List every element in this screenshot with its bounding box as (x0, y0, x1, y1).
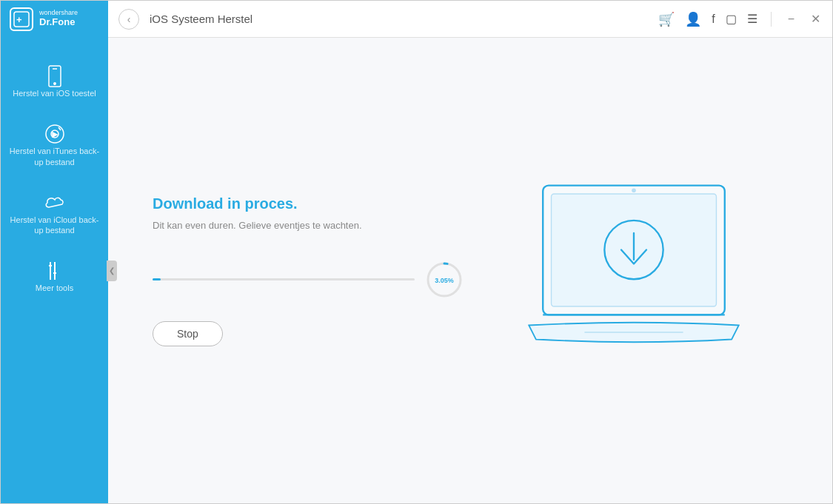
sidebar-item-more-tools[interactable]: Meer tools (1, 247, 108, 305)
minimize-button[interactable]: − (785, 11, 797, 27)
tools-icon (43, 259, 67, 283)
title-bar-actions: 🛒 👤 f ▢ ☰ − ✕ (658, 10, 823, 27)
sidebar-item-ios-device[interactable]: Herstel van iOS toestel (1, 53, 108, 110)
sidebar-item-itunes-backup[interactable]: Herstel van iTunes back-up bestand (1, 110, 108, 179)
sidebar-collapse-button[interactable]: ❮ (107, 261, 117, 281)
cart-icon[interactable]: 🛒 (658, 11, 675, 27)
main-area: Herstel van iOS toestel Herstel van iTun… (1, 38, 832, 503)
download-title: Download in proces. (153, 195, 464, 212)
page-title: iOS Systeem Herstel (150, 13, 658, 25)
progress-circle: 3.05% (425, 261, 464, 299)
chat-icon[interactable]: ▢ (726, 12, 737, 26)
stop-button[interactable]: Stop (153, 321, 223, 346)
app-window: + wondershare Dr.Fone ‹ iOS Systeem Hers… (0, 0, 833, 504)
itunes-icon (43, 122, 67, 146)
logo-icon: + (10, 7, 33, 31)
progress-text: 3.05% (435, 277, 454, 284)
laptop-illustration (508, 169, 760, 372)
progress-bar-track (153, 278, 415, 280)
logo-area: + wondershare Dr.Fone (1, 1, 108, 38)
sidebar-item-icloud-backup[interactable]: Herstel van iCloud back-up bestand (1, 179, 108, 248)
phone-icon (43, 64, 67, 88)
logo-text: wondershare Dr.Fone (39, 10, 78, 27)
divider (771, 12, 772, 27)
title-bar: + wondershare Dr.Fone ‹ iOS Systeem Hers… (1, 1, 832, 38)
logo-line2: Dr.Fone (39, 17, 78, 27)
content-area: Download in proces. Dit kan even duren. … (108, 38, 832, 503)
svg-point-16 (632, 188, 636, 192)
download-subtitle: Dit kan even duren. Gelieve eventjes te … (153, 220, 464, 231)
sidebar-label-more-tools: Meer tools (36, 283, 73, 293)
cloud-icon (43, 191, 67, 215)
progress-bar-fill (153, 278, 161, 280)
progress-section: 3.05% (153, 261, 464, 299)
laptop-svg (508, 169, 760, 369)
sidebar-label-itunes-backup: Herstel van iTunes back-up bestand (8, 146, 101, 167)
back-button[interactable]: ‹ (118, 9, 139, 30)
close-button[interactable]: ✕ (808, 10, 823, 27)
user-icon[interactable]: 👤 (685, 11, 701, 27)
svg-point-4 (53, 83, 55, 84)
svg-text:+: + (16, 14, 22, 25)
sidebar-label-icloud-backup: Herstel van iCloud back-up bestand (8, 215, 101, 236)
content-inner: Download in proces. Dit kan even duren. … (153, 169, 788, 372)
sidebar: Herstel van iOS toestel Herstel van iTun… (1, 38, 108, 503)
facebook-icon[interactable]: f (712, 13, 715, 26)
download-info: Download in proces. Dit kan even duren. … (153, 195, 464, 346)
progress-bar-container: 3.05% (153, 261, 464, 299)
menu-icon[interactable]: ☰ (747, 12, 757, 26)
sidebar-label-ios-device: Herstel van iOS toestel (13, 88, 96, 98)
